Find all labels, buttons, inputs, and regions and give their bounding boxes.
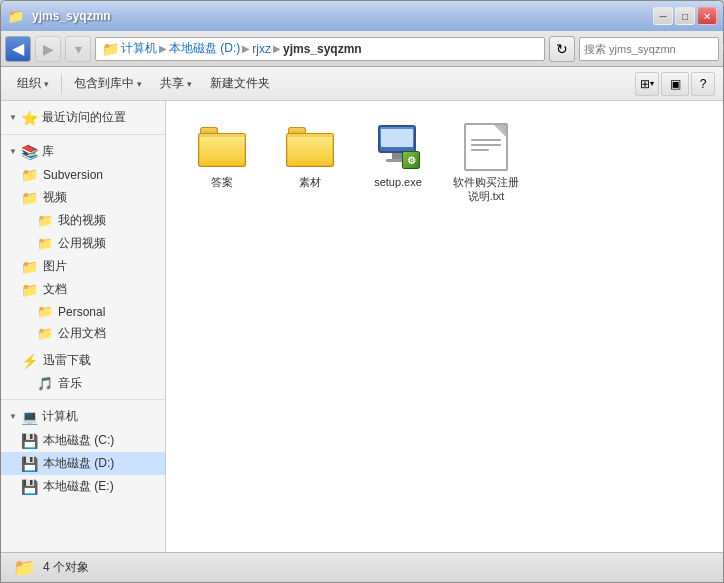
status-folder-icon: 📁 <box>13 557 35 579</box>
sidebar-item-publicdocs[interactable]: 📁 公用文档 <box>1 322 165 345</box>
maximize-button[interactable]: □ <box>675 7 695 25</box>
close-button[interactable]: ✕ <box>697 7 717 25</box>
recent-icon: ⭐ <box>21 110 38 126</box>
status-text: 4 个对象 <box>43 559 89 576</box>
new-folder-button[interactable]: 新建文件夹 <box>202 71 278 97</box>
divider-1 <box>1 134 165 135</box>
drivc-icon: 💾 <box>21 433 38 449</box>
drivd-label: 本地磁盘 (D:) <box>43 455 114 472</box>
back-icon: ◀ <box>12 39 24 58</box>
organize-dropdown-icon: ▾ <box>44 79 49 89</box>
include-dropdown-icon: ▾ <box>137 79 142 89</box>
sidebar-item-pictures[interactable]: 📁 图片 <box>1 255 165 278</box>
main-window: 📁 yjms_syqzmn ─ □ ✕ ◀ ▶ ▾ 📁 计算机 ▶ 本地磁盘 (… <box>0 0 724 583</box>
include-button[interactable]: 包含到库中 ▾ <box>66 71 150 97</box>
personal-icon: 📁 <box>37 304 53 319</box>
music-label: 音乐 <box>58 375 82 392</box>
dropdown-button[interactable]: ▾ <box>65 36 91 62</box>
title-controls: ─ □ ✕ <box>653 7 717 25</box>
subversion-label: Subversion <box>43 168 103 182</box>
library-icon: 📚 <box>21 144 38 160</box>
sidebar-item-subversion[interactable]: 📁 Subversion <box>1 164 165 186</box>
file-item-material[interactable]: 素材 <box>270 117 350 210</box>
sidebar: ▼ ⭐ 最近访问的位置 ▼ 📚 库 📁 Subversion 📁 <box>1 101 166 552</box>
sidebar-item-myvideo[interactable]: 📁 我的视频 <box>1 209 165 232</box>
breadcrumb: 📁 计算机 ▶ 本地磁盘 (D:) ▶ rjxz ▶ yjms_syqzmn <box>95 37 545 61</box>
sidebar-item-drivd[interactable]: 💾 本地磁盘 (D:) <box>1 452 165 475</box>
pictures-label: 图片 <box>43 258 67 275</box>
sidebar-header-library[interactable]: ▼ 📚 库 <box>1 139 165 164</box>
computer-icon: 💻 <box>21 409 38 425</box>
sidebar-section-computer: ▼ 💻 计算机 💾 本地磁盘 (C:) 💾 本地磁盘 (D:) 💾 本地磁盘 (… <box>1 404 165 498</box>
folder-icon-small: 📁 <box>102 41 119 57</box>
search-box: 🔍 <box>579 37 719 61</box>
sidebar-header-recent[interactable]: ▼ ⭐ 最近访问的位置 <box>1 105 165 130</box>
recent-triangle-icon: ▼ <box>9 113 17 122</box>
sidebar-section-library: ▼ 📚 库 📁 Subversion 📁 视频 📁 我的视频 📁 <box>1 139 165 345</box>
forward-button[interactable]: ▶ <box>35 36 61 62</box>
search-input[interactable] <box>584 43 722 55</box>
sidebar-item-documents[interactable]: 📁 文档 <box>1 278 165 301</box>
file-item-setup[interactable]: ⚙ setup.exe <box>358 117 438 210</box>
preview-icon: ▣ <box>670 77 681 91</box>
drivd-icon: 💾 <box>21 456 38 472</box>
toolbar: 组织 ▾ 包含到库中 ▾ 共享 ▾ 新建文件夹 ⊞ ▾ ▣ ? <box>1 67 723 101</box>
refresh-button[interactable]: ↻ <box>549 36 575 62</box>
answer-icon <box>198 123 246 171</box>
breadcrumb-rjxz[interactable]: rjxz <box>252 42 271 56</box>
sidebar-item-drive[interactable]: 💾 本地磁盘 (E:) <box>1 475 165 498</box>
file-item-txt[interactable]: 软件购买注册说明.txt <box>446 117 526 210</box>
organize-button[interactable]: 组织 ▾ <box>9 71 57 97</box>
help-button[interactable]: ? <box>691 72 715 96</box>
sidebar-header-computer[interactable]: ▼ 💻 计算机 <box>1 404 165 429</box>
share-button[interactable]: 共享 ▾ <box>152 71 200 97</box>
personal-label: Personal <box>58 305 105 319</box>
publicdocs-label: 公用文档 <box>58 325 106 342</box>
address-bar: ◀ ▶ ▾ 📁 计算机 ▶ 本地磁盘 (D:) ▶ rjxz ▶ yjms_sy… <box>1 31 723 67</box>
myvideo-icon: 📁 <box>37 213 53 228</box>
sidebar-item-drivc[interactable]: 💾 本地磁盘 (C:) <box>1 429 165 452</box>
setup-name: setup.exe <box>374 175 422 189</box>
window-icon: 📁 <box>7 8 24 24</box>
recent-label: 最近访问的位置 <box>42 109 126 126</box>
drive-label: 本地磁盘 (E:) <box>43 478 114 495</box>
include-label: 包含到库中 <box>74 75 134 92</box>
breadcrumb-current[interactable]: yjms_syqzmn <box>283 42 362 56</box>
publicvideo-label: 公用视频 <box>58 235 106 252</box>
sidebar-item-publicvideo[interactable]: 📁 公用视频 <box>1 232 165 255</box>
file-item-answer[interactable]: 答案 <box>182 117 262 210</box>
sidebar-item-music[interactable]: 🎵 音乐 <box>1 372 165 395</box>
txt-icon <box>462 123 510 171</box>
title-bar: 📁 yjms_syqzmn ─ □ ✕ <box>1 1 723 31</box>
minimize-button[interactable]: ─ <box>653 7 673 25</box>
computer-label: 计算机 <box>42 408 78 425</box>
window-title: yjms_syqzmn <box>32 9 111 23</box>
publicvideo-icon: 📁 <box>37 236 53 251</box>
setup-icon: ⚙ <box>374 123 422 171</box>
txt-name: 软件购买注册说明.txt <box>450 175 522 204</box>
organize-label: 组织 <box>17 75 41 92</box>
back-button[interactable]: ◀ <box>5 36 31 62</box>
thunder-label: 迅雷下载 <box>43 352 91 369</box>
dropdown-icon: ▾ <box>75 41 82 57</box>
view-button[interactable]: ⊞ ▾ <box>635 72 659 96</box>
share-dropdown-icon: ▾ <box>187 79 192 89</box>
video-folder-icon: 📁 <box>21 190 38 206</box>
preview-pane-button[interactable]: ▣ <box>661 72 689 96</box>
sidebar-item-thunder[interactable]: ⚡ 迅雷下载 <box>1 349 165 372</box>
share-label: 共享 <box>160 75 184 92</box>
sidebar-item-video[interactable]: 📁 视频 <box>1 186 165 209</box>
material-icon <box>286 123 334 171</box>
sidebar-item-personal[interactable]: 📁 Personal <box>1 301 165 322</box>
help-icon: ? <box>700 77 707 91</box>
publicdocs-icon: 📁 <box>37 326 53 341</box>
view-icon: ⊞ <box>640 77 650 91</box>
breadcrumb-d[interactable]: 本地磁盘 (D:) <box>169 40 240 57</box>
status-bar: 📁 4 个对象 <box>1 552 723 582</box>
breadcrumb-computer[interactable]: 计算机 <box>121 40 157 57</box>
library-triangle-icon: ▼ <box>9 147 17 156</box>
computer-triangle-icon: ▼ <box>9 412 17 421</box>
forward-icon: ▶ <box>43 41 54 57</box>
file-area: 答案 素材 <box>166 101 723 552</box>
documents-label: 文档 <box>43 281 67 298</box>
